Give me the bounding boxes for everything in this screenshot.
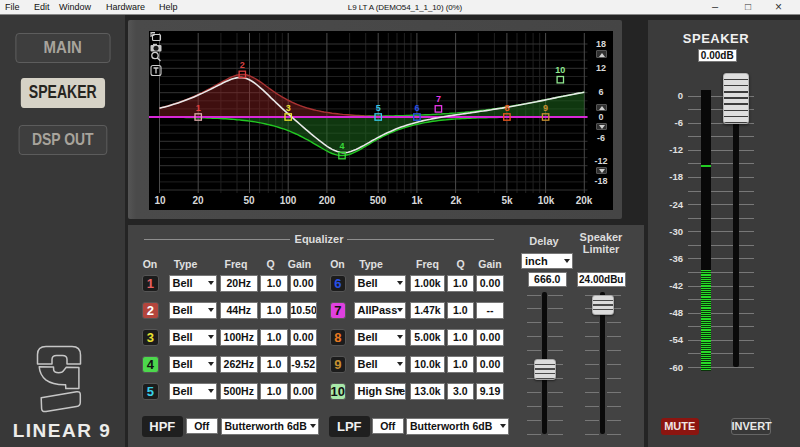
svg-text:1: 1 — [196, 103, 201, 113]
svg-text:9: 9 — [543, 103, 548, 113]
svg-text:8: 8 — [504, 103, 509, 113]
svg-text:4: 4 — [339, 141, 344, 151]
svg-text:2: 2 — [240, 60, 245, 70]
svg-text:3: 3 — [286, 103, 291, 113]
svg-text:10: 10 — [555, 65, 565, 75]
svg-text:7: 7 — [436, 94, 441, 104]
svg-text:6: 6 — [414, 103, 419, 113]
svg-text:5: 5 — [376, 103, 381, 113]
